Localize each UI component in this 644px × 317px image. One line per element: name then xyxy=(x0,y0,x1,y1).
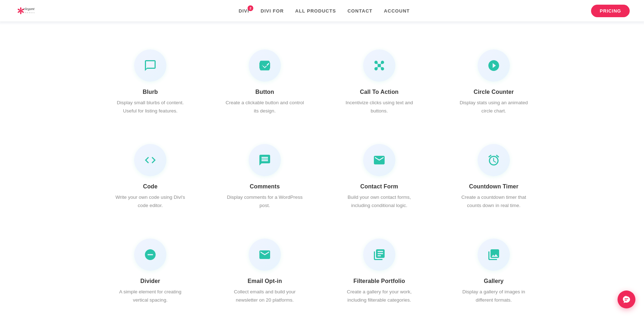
filterable-icon xyxy=(373,248,386,261)
module-item-code[interactable]: Code Write your own code using Divi's co… xyxy=(93,133,208,221)
nav-all-products-link[interactable]: ALL PRODUCTS xyxy=(295,8,336,14)
code-icon xyxy=(144,154,157,167)
module-icon-wrap-divider xyxy=(134,239,166,271)
nav-contact-link[interactable]: CONTACT xyxy=(347,8,372,14)
circle-counter-icon xyxy=(487,59,500,72)
module-icon-wrap-contact-form xyxy=(363,144,395,176)
module-desc-gallery: Display a gallery of images in different… xyxy=(454,288,533,304)
divider-icon xyxy=(144,248,157,261)
pricing-button[interactable]: PRICING xyxy=(591,5,630,17)
comments-icon xyxy=(258,154,271,167)
module-icon-wrap-email-optin xyxy=(249,239,281,271)
divi-badge: 2 xyxy=(248,5,253,11)
module-icon-wrap-code xyxy=(134,144,166,176)
svg-point-1 xyxy=(20,7,21,10)
module-title-call-to-action: Call To Action xyxy=(360,89,399,95)
module-desc-call-to-action: Incentivize clicks using text and button… xyxy=(340,99,419,115)
module-title-countdown-timer: Countdown Timer xyxy=(469,183,518,190)
module-title-divider: Divider xyxy=(140,278,160,284)
email-icon xyxy=(258,248,271,261)
svg-text:elegant: elegant xyxy=(24,7,35,11)
module-item-comments[interactable]: Comments Display comments for a WordPres… xyxy=(208,133,322,221)
module-item-call-to-action[interactable]: Call To Action Incentivize clicks using … xyxy=(322,39,436,126)
svg-point-4 xyxy=(20,11,21,14)
gallery-icon xyxy=(487,248,500,261)
nav-account-link[interactable]: ACCOUNT xyxy=(384,8,410,14)
modules-grid: Blurb Display small blurbs of content. U… xyxy=(93,39,551,315)
subheader-bar xyxy=(0,21,644,24)
blurb-icon xyxy=(144,59,157,72)
nav-divi-for-link[interactable]: DIVI FOR xyxy=(260,8,284,14)
module-icon-wrap-circle-counter xyxy=(478,49,510,82)
module-item-gallery[interactable]: Gallery Display a gallery of images in d… xyxy=(436,228,551,315)
module-desc-code: Write your own code using Divi's code ed… xyxy=(111,193,190,210)
module-item-circle-counter[interactable]: Circle Counter Display stats using an an… xyxy=(436,39,551,126)
module-item-button[interactable]: Button Create a clickable button and con… xyxy=(208,39,322,126)
nav-item-account[interactable]: ACCOUNT xyxy=(384,8,410,14)
module-desc-countdown-timer: Create a countdown timer that counts dow… xyxy=(454,193,533,210)
module-item-filterable-portfolio[interactable]: Filterable Portfolio Create a gallery fo… xyxy=(322,228,436,315)
module-item-blurb[interactable]: Blurb Display small blurbs of content. U… xyxy=(93,39,208,126)
svg-text:themes: themes xyxy=(24,11,35,14)
module-title-code: Code xyxy=(143,183,158,190)
nav-item-divi-for[interactable]: DIVI FOR xyxy=(260,8,284,14)
module-desc-blurb: Display small blurbs of content. Useful … xyxy=(111,99,190,115)
countdown-icon xyxy=(487,154,500,167)
module-icon-wrap-blurb xyxy=(134,49,166,82)
module-icon-wrap-gallery xyxy=(478,239,510,271)
module-desc-divider: A simple element for creating vertical s… xyxy=(111,288,190,304)
module-desc-button: Create a clickable button and control it… xyxy=(225,99,304,115)
nav-links: DIVI 2 DIVI FOR ALL PRODUCTS CONTACT ACC… xyxy=(239,8,410,14)
navbar: elegant themes DIVI 2 DIVI FOR ALL PRODU… xyxy=(0,0,644,21)
module-title-button: Button xyxy=(255,89,274,95)
module-icon-wrap-countdown-timer xyxy=(478,144,510,176)
module-title-email-optin: Email Opt-in xyxy=(248,278,282,284)
cta-icon xyxy=(373,59,386,72)
module-desc-email-optin: Collect emails and build your newsletter… xyxy=(225,288,304,304)
contact-form-icon xyxy=(373,154,386,167)
module-desc-filterable-portfolio: Create a gallery for your work, includin… xyxy=(340,288,419,304)
module-title-circle-counter: Circle Counter xyxy=(474,89,514,95)
module-title-gallery: Gallery xyxy=(484,278,503,284)
module-item-email-optin[interactable]: Email Opt-in Collect emails and build yo… xyxy=(208,228,322,315)
module-item-countdown-timer[interactable]: Countdown Timer Create a countdown timer… xyxy=(436,133,551,221)
module-title-comments: Comments xyxy=(250,183,280,190)
module-item-divider[interactable]: Divider A simple element for creating ve… xyxy=(93,228,208,315)
main-content: Blurb Display small blurbs of content. U… xyxy=(72,24,572,317)
chat-bubble-button[interactable] xyxy=(618,290,635,308)
module-icon-wrap-filterable-portfolio xyxy=(363,239,395,271)
module-desc-comments: Display comments for a WordPress post. xyxy=(225,193,304,210)
module-icon-wrap-button xyxy=(249,49,281,82)
module-desc-contact-form: Build your own contact forms, including … xyxy=(340,193,419,210)
module-item-contact-form[interactable]: Contact Form Build your own contact form… xyxy=(322,133,436,221)
nav-item-divi[interactable]: DIVI 2 xyxy=(239,8,249,14)
chat-icon xyxy=(622,295,631,304)
module-icon-wrap-call-to-action xyxy=(363,49,395,82)
logo[interactable]: elegant themes xyxy=(14,4,57,18)
button-icon xyxy=(258,59,271,72)
nav-item-all-products[interactable]: ALL PRODUCTS xyxy=(295,8,336,14)
module-title-blurb: Blurb xyxy=(143,89,158,95)
module-desc-circle-counter: Display stats using an animated circle c… xyxy=(454,99,533,115)
module-icon-wrap-comments xyxy=(249,144,281,176)
module-title-filterable-portfolio: Filterable Portfolio xyxy=(353,278,405,284)
nav-item-contact[interactable]: CONTACT xyxy=(347,8,372,14)
module-title-contact-form: Contact Form xyxy=(360,183,398,190)
